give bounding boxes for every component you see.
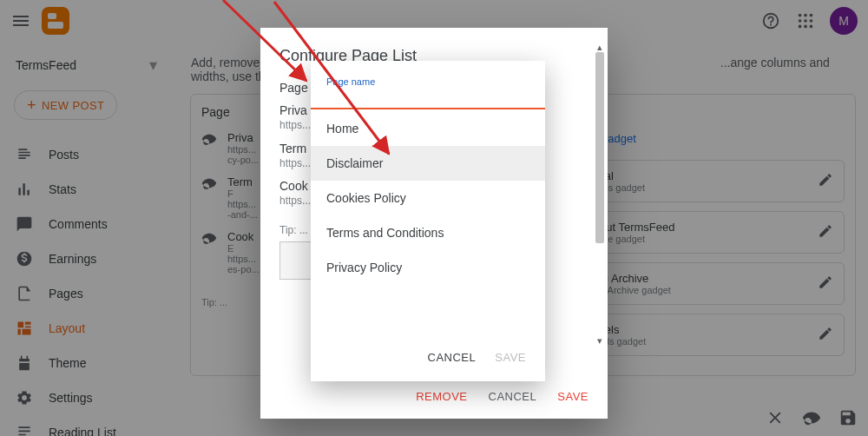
page-option-disclaimer[interactable]: Disclaimer (311, 146, 545, 181)
scroll-up-icon[interactable]: ▴ (595, 42, 605, 52)
scroll-down-icon[interactable]: ▾ (595, 335, 605, 346)
page-option-privacy-policy[interactable]: Privacy Policy (311, 250, 545, 285)
page-name-dropdown: Page name HomeDisclaimerCookies PolicyTe… (311, 61, 545, 381)
cancel-button[interactable]: CANCEL (489, 390, 537, 403)
dropdown-save-button[interactable]: SAVE (495, 351, 526, 364)
scroll-thumb[interactable] (595, 52, 604, 243)
remove-button[interactable]: REMOVE (416, 390, 467, 403)
page-option-terms-and-conditions[interactable]: Terms and Conditions (311, 215, 545, 250)
dropdown-cancel-button[interactable]: CANCEL (428, 351, 477, 364)
page-name-label: Page name (326, 76, 375, 87)
page-option-cookies-policy[interactable]: Cookies Policy (311, 181, 545, 215)
page-option-home[interactable]: Home (311, 111, 545, 146)
page-name-field[interactable]: Page name (311, 61, 545, 109)
save-button[interactable]: SAVE (557, 390, 589, 403)
dialog-scrollbar[interactable]: ▴ ▾ (594, 47, 606, 340)
